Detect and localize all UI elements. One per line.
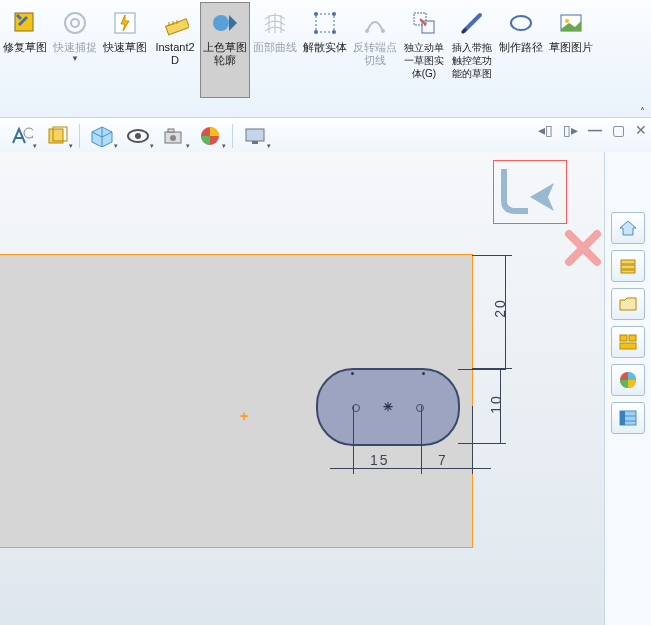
ribbon-expand-icon[interactable]: ˄	[640, 106, 645, 117]
lightning-icon	[109, 7, 141, 39]
instant2d-button[interactable]: Instant2D	[150, 2, 200, 98]
sketch-picture-button[interactable]: 草图图片	[546, 2, 596, 98]
svg-point-2	[71, 19, 79, 27]
reverse-tangent-button: 反转端点切线	[350, 2, 400, 98]
confirm-corner[interactable]	[493, 160, 567, 224]
extension-line	[353, 406, 354, 474]
pen-sketch-button[interactable]: 插入带拖触控笔功能的草图	[448, 2, 496, 98]
make-path-button[interactable]: 制作路径	[496, 2, 546, 98]
mesh-icon	[259, 7, 291, 39]
minimize-button[interactable]: —	[588, 122, 602, 138]
display-tool[interactable]: ▾	[238, 122, 272, 150]
maximize-button[interactable]: ▢	[612, 122, 625, 138]
slot-center-right	[416, 404, 424, 412]
face-curves-button: 面部曲线	[250, 2, 300, 98]
quick-snap-button: 快速捕捉 ▼	[50, 2, 100, 98]
svg-point-21	[24, 128, 33, 138]
target-icon	[59, 7, 91, 39]
shaded-contour-icon	[209, 7, 241, 39]
extension-line	[458, 369, 506, 370]
repair-sketch-button[interactable]: 修复草图	[0, 2, 50, 98]
svg-rect-31	[246, 129, 264, 141]
dimension-15[interactable]: 15	[370, 452, 390, 468]
custom-props-tab[interactable]	[611, 402, 645, 434]
view-toolbar: ▾ ▾ ▾ ▾ ▾ ▾ ▾ ◂▯ ▯▸ — ▢ ✕	[0, 118, 651, 155]
svg-point-8	[213, 15, 229, 31]
dimension-10[interactable]: 10	[488, 394, 504, 414]
extension-line	[472, 255, 512, 256]
camera-tool[interactable]: ▾	[157, 122, 191, 150]
slot-feature[interactable]: ✳	[316, 368, 460, 446]
svg-rect-28	[168, 129, 174, 132]
cube-view-tool[interactable]: ▾	[85, 122, 119, 150]
dissolve-button[interactable]: 解散实体	[300, 2, 350, 98]
svg-rect-37	[629, 335, 636, 341]
sketch-origin-icon: +	[240, 408, 248, 424]
repair-icon	[9, 7, 41, 39]
svg-rect-32	[252, 141, 258, 144]
svg-rect-34	[621, 265, 635, 269]
svg-point-1	[65, 13, 85, 33]
dissolve-icon	[309, 7, 341, 39]
visibility-tool[interactable]: ▾	[121, 122, 155, 150]
svg-point-29	[170, 135, 176, 141]
arc-icon	[359, 7, 391, 39]
svg-line-22	[32, 137, 33, 140]
slot-point	[422, 372, 425, 375]
dropdown-arrow-icon: ▼	[71, 54, 79, 63]
task-pane	[604, 152, 651, 625]
move-icon	[408, 7, 440, 39]
close-button[interactable]: ✕	[635, 122, 647, 138]
box-tool[interactable]: ▾	[40, 122, 74, 150]
svg-rect-38	[620, 343, 636, 349]
slot-center-mark: ✳	[383, 400, 393, 414]
svg-point-13	[365, 29, 369, 33]
slot-point	[351, 372, 354, 375]
extension-line	[472, 406, 473, 474]
svg-rect-35	[621, 270, 635, 273]
next-tab-icon[interactable]: ▯▸	[563, 122, 578, 138]
path-icon	[505, 7, 537, 39]
ribbon-toolbar: 修复草图 快速捕捉 ▼ 快速草图 Instant2D 上色草图轮廓 面部曲线 解…	[0, 0, 651, 118]
open-tab[interactable]	[611, 288, 645, 320]
home-tab[interactable]	[611, 212, 645, 244]
svg-rect-43	[620, 411, 625, 425]
dimension-line	[421, 468, 491, 469]
graphics-area[interactable]: + ✳ 20 10 15 7	[0, 152, 605, 625]
quick-sketch-button[interactable]: 快速草图	[100, 2, 150, 98]
move-entity-button[interactable]: 独立动单一草图实体(G)	[400, 2, 448, 98]
ruler-icon	[159, 7, 191, 39]
extension-line	[458, 443, 506, 444]
svg-rect-36	[620, 335, 627, 341]
dimension-20[interactable]: 20	[492, 298, 508, 318]
prev-tab-icon[interactable]: ◂▯	[538, 122, 553, 138]
appearance-tool[interactable]: ▾	[193, 122, 227, 150]
sketch-text-tool[interactable]: ▾	[4, 122, 38, 150]
extension-line	[421, 406, 422, 474]
picture-icon	[555, 7, 587, 39]
svg-point-14	[381, 29, 385, 33]
separator	[79, 124, 80, 148]
svg-rect-33	[621, 260, 635, 264]
svg-point-19	[565, 19, 569, 23]
resources-tab[interactable]	[611, 250, 645, 282]
shaded-sketch-button[interactable]: 上色草图轮廓	[200, 2, 250, 98]
pen-icon	[456, 7, 488, 39]
view-palette-tab[interactable]	[611, 326, 645, 358]
dimension-7[interactable]: 7	[438, 452, 448, 468]
window-controls: ◂▯ ▯▸ — ▢ ✕	[538, 122, 647, 138]
separator	[232, 124, 233, 148]
appearances-tab[interactable]	[611, 364, 645, 396]
cancel-corner[interactable]	[563, 228, 603, 268]
dimension-line	[330, 468, 424, 469]
svg-point-26	[135, 133, 141, 139]
svg-point-17	[511, 16, 531, 30]
